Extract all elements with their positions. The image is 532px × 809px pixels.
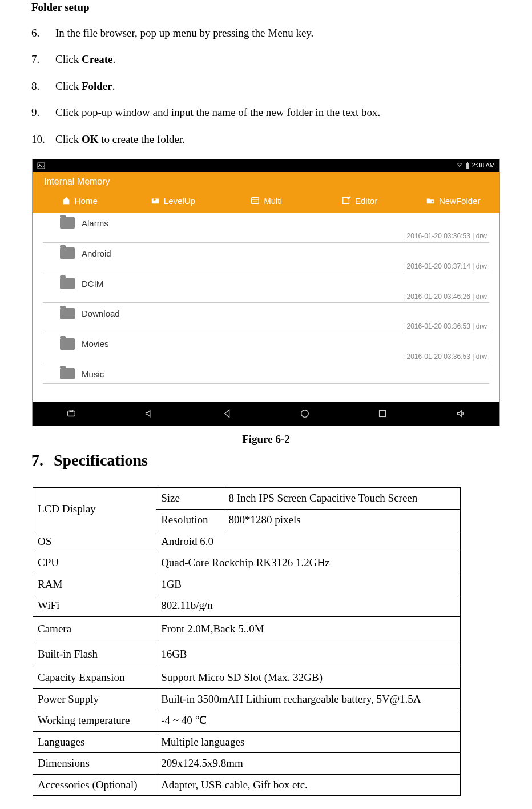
screenshot-icon[interactable] [66, 408, 76, 419]
table-row: CPUQuad-Core Rockchip RK3126 1.2GHz [33, 552, 461, 574]
levelup-icon [150, 196, 160, 205]
home-icon[interactable] [300, 408, 310, 419]
folder-icon [60, 247, 75, 259]
toolbar-editor[interactable]: Editor [313, 195, 406, 207]
recent-icon[interactable] [377, 408, 388, 419]
table-cell: 800*1280 pixels [224, 509, 460, 531]
table-cell: CPU [33, 552, 156, 574]
folder-icon [60, 338, 75, 350]
table-row: Capacity ExpansionSupport Micro SD Slot … [33, 667, 461, 688]
specifications-heading: 7. Specifications [31, 449, 501, 471]
table-cell: 8 Inch IPS Screen Capacitive Touch Scree… [224, 488, 460, 510]
file-item[interactable]: Alarms | 2016-01-20 03:36:53 | drw [43, 213, 489, 243]
table-cell: -4 ~ 40 ℃ [156, 710, 461, 732]
file-name: Music [82, 368, 104, 380]
file-item[interactable]: Music [43, 363, 489, 384]
battery-icon [465, 162, 470, 169]
figure-caption: Figure 6-2 [31, 432, 501, 447]
step-text: Click pop-up window and input the name o… [55, 105, 501, 121]
table-row: CameraFront 2.0M,Back 5..0M [33, 616, 461, 642]
volume-down-icon[interactable] [144, 408, 154, 419]
svg-rect-3 [467, 162, 468, 163]
toolbar-multi[interactable]: Multi [219, 195, 313, 207]
folder-icon [60, 278, 75, 289]
table-cell: Adapter, USB cable, Gift box etc. [156, 774, 461, 796]
toolbar-label: Editor [355, 195, 377, 207]
file-browser-title: Internal Memory [33, 172, 499, 191]
file-item[interactable]: Android | 2016-01-20 03:37:14 | drw [43, 243, 489, 273]
svg-rect-5 [252, 198, 259, 204]
table-row: Working temperature-4 ~ 40 ℃ [33, 710, 461, 732]
home-icon [61, 196, 71, 205]
table-cell: Dimensions [33, 753, 156, 775]
table-row: Accessories (Optional)Adapter, USB cable… [33, 774, 461, 796]
file-name: Movies [82, 338, 109, 350]
table-cell: 1GB [156, 574, 461, 595]
toolbar-levelup[interactable]: LevelUp [126, 195, 220, 207]
volume-up-icon[interactable] [456, 408, 466, 419]
step-text: Click OK to create the folder. [55, 132, 501, 147]
file-item[interactable]: Download | 2016-01-20 03:36:53 | drw [43, 303, 489, 333]
table-row: Built-in Flash16GB [33, 642, 461, 667]
specifications-table: LCD DisplaySize8 Inch IPS Screen Capacit… [33, 487, 461, 796]
table-cell: RAM [33, 574, 156, 595]
table-cell: Built-in Flash [33, 642, 156, 667]
toolbar-label: Home [75, 195, 98, 207]
step-number: 6. [31, 26, 55, 41]
table-cell: Android 6.0 [156, 531, 461, 552]
file-name: Download [82, 307, 120, 319]
folder-icon [60, 368, 75, 379]
status-bar: 2:38 AM [33, 159, 499, 172]
step-number: 10. [31, 132, 55, 147]
table-cell: Camera [33, 616, 156, 642]
table-cell: Capacity Expansion [33, 667, 156, 688]
table-row: OSAndroid 6.0 [33, 531, 461, 552]
svg-rect-2 [466, 163, 469, 169]
toolbar-label: NewFolder [439, 195, 481, 207]
editor-icon [341, 196, 352, 205]
wifi-icon [456, 163, 463, 169]
back-icon[interactable] [222, 408, 232, 419]
newfolder-icon [425, 196, 436, 205]
file-item[interactable]: DCIM | 2016-01-20 03:46:26 | drw [43, 273, 489, 303]
folder-steps-list: 6.In the file browser, pop up menu by pr… [31, 26, 501, 147]
table-cell: WiFi [33, 595, 156, 617]
step-item: 7.Click Create. [31, 52, 501, 67]
step-number: 8. [31, 79, 55, 94]
table-cell: 209x124.5x9.8mm [156, 753, 461, 775]
table-cell: Front 2.0M,Back 5..0M [156, 616, 461, 642]
file-metadata: | 2016-01-20 03:36:53 | drw [43, 352, 489, 362]
table-cell: Power Supply [33, 688, 156, 710]
step-text: Click Folder. [55, 79, 501, 94]
file-list: Alarms | 2016-01-20 03:36:53 | drw Andro… [33, 213, 499, 384]
step-number: 7. [31, 52, 55, 67]
file-metadata: | 2016-01-20 03:46:26 | drw [43, 292, 489, 302]
section-title-folder-setup: Folder setup [31, 0, 501, 15]
toolbar-label: LevelUp [164, 195, 195, 207]
table-cell: Working temperature [33, 710, 156, 732]
table-cell: Support Micro SD Slot (Max. 32GB) [156, 667, 461, 688]
table-cell: 16GB [156, 642, 461, 667]
table-row: LanguagesMultiple languages [33, 731, 461, 753]
file-item[interactable]: Movies | 2016-01-20 03:36:53 | drw [43, 333, 489, 363]
file-browser-toolbar: HomeLevelUpMultiEditorNewFolder [33, 191, 499, 213]
svg-point-13 [301, 410, 309, 417]
svg-rect-14 [380, 410, 386, 416]
toolbar-newfolder[interactable]: NewFolder [406, 195, 499, 207]
toolbar-home[interactable]: Home [33, 195, 126, 207]
step-item: 6.In the file browser, pop up menu by pr… [31, 26, 501, 41]
file-name: DCIM [82, 278, 103, 290]
folder-icon [60, 308, 75, 319]
folder-icon [60, 217, 75, 229]
step-text: In the file browser, pop up menu by pres… [55, 26, 501, 41]
table-cell: Resolution [156, 509, 224, 531]
file-name: Android [82, 247, 111, 259]
multi-icon [250, 196, 260, 205]
table-cell: Built-in 3500mAH Lithium rechargeable ba… [156, 688, 461, 710]
table-cell: 802.11b/g/n [156, 595, 461, 617]
file-metadata: | 2016-01-20 03:37:14 | drw [43, 262, 489, 271]
table-cell: Languages [33, 731, 156, 753]
file-name: Alarms [82, 217, 108, 229]
table-row: Power SupplyBuilt-in 3500mAH Lithium rec… [33, 688, 461, 710]
file-metadata: | 2016-01-20 03:36:53 | drw [43, 322, 489, 331]
